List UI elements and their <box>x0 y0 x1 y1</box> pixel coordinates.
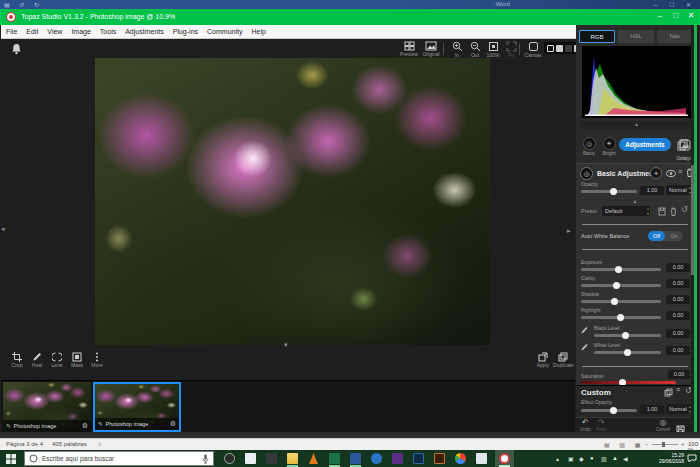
canvas-button[interactable]: Canvas <box>523 41 543 58</box>
right-panel-collapse-handle[interactable]: ▸ <box>567 227 571 235</box>
blend-mode-dropdown[interactable]: Normal ▴▾ <box>666 185 692 195</box>
word-quick-access-icons[interactable]: ▤ ↺ ↻ <box>4 1 43 8</box>
word-zoom-in[interactable]: + <box>681 441 685 447</box>
canvas-image[interactable] <box>95 58 490 345</box>
topaz-titlebar[interactable]: Topaz Studio V1.3.2 - Photoshop image @ … <box>0 9 700 25</box>
mask-tool-button[interactable]: Mask <box>67 352 87 368</box>
menu-lines-icon[interactable]: ≡ <box>678 168 682 175</box>
word-window-controls[interactable]: ─ ☐ ✕ <box>653 1 696 8</box>
opacity-slider-knob[interactable] <box>610 188 617 195</box>
histogram-collapse-bar[interactable]: ▴ <box>580 121 693 129</box>
gear-icon[interactable]: ⚙ <box>82 422 88 430</box>
auto-white-balance-toggle[interactable]: Off On <box>648 231 683 241</box>
tray-expand-chevron-icon[interactable]: ▴ <box>556 455 559 462</box>
cancel-button[interactable]: ◎ Cancel <box>656 419 670 432</box>
close-button[interactable]: ✕ <box>684 11 698 20</box>
word-icon[interactable] <box>350 453 361 464</box>
apply-button[interactable]: Apply <box>533 352 553 368</box>
white-level-slider[interactable] <box>594 351 661 354</box>
excel-icon[interactable] <box>329 453 340 464</box>
exposure-slider[interactable] <box>581 268 661 271</box>
tray-icon-battery[interactable]: ▥ <box>601 455 607 462</box>
basic-mode-button[interactable]: ◎ Basic <box>578 137 600 156</box>
tray-icon-cloud[interactable]: ● <box>590 455 594 461</box>
zoom-in-button[interactable]: In <box>447 41 467 58</box>
effect-opacity-value[interactable]: 1.00 <box>640 405 664 414</box>
tab-nav[interactable]: Nav <box>657 30 693 43</box>
black-level-slider[interactable] <box>594 334 661 337</box>
mail-icon[interactable] <box>245 453 256 464</box>
white-level-eyedropper-icon[interactable] <box>580 343 588 352</box>
single-view-icon[interactable] <box>547 45 554 52</box>
vlc-icon[interactable] <box>308 453 319 464</box>
opacity-slider[interactable] <box>581 190 637 193</box>
split-view-icon[interactable] <box>556 45 563 52</box>
duplicate-button[interactable]: Duplicate <box>553 352 573 368</box>
word-page-indicator[interactable]: Página 3 de 4 <box>6 441 43 447</box>
awb-on-option[interactable]: On <box>665 231 682 241</box>
crop-tool-button[interactable]: Crop <box>7 352 27 368</box>
custom-blend-mode-dropdown[interactable]: Normal ▴▾ <box>666 404 692 414</box>
visual-studio-icon[interactable] <box>392 453 403 464</box>
word-zoom-slider-knob[interactable] <box>662 442 665 447</box>
tray-icon-shield[interactable]: ◆ <box>579 455 584 462</box>
filmstrip-thumbnail-2-selected[interactable]: ✎ Photoshop image ⚙ <box>93 382 181 432</box>
menu-view[interactable]: View <box>47 28 62 35</box>
tray-icon-network[interactable]: ▲ <box>612 455 618 461</box>
saturation-slider[interactable] <box>581 381 676 384</box>
minimize-button[interactable]: – <box>653 11 667 20</box>
maximize-button[interactable]: □ <box>669 11 683 20</box>
word-zoom-out[interactable]: – <box>645 441 648 447</box>
tray-icon-monitor[interactable]: ▣ <box>568 455 574 462</box>
start-button[interactable] <box>6 454 16 464</box>
taskbar-search-input[interactable]: Escribe aquí para buscar <box>24 451 214 466</box>
menu-tools[interactable]: Tools <box>100 28 116 35</box>
menu-adjustments[interactable]: Adjustments <box>125 28 164 35</box>
visibility-eye-icon[interactable] <box>666 170 676 177</box>
panel-collapse-arrow[interactable]: ▴ <box>576 197 694 204</box>
left-panel-collapse-handle[interactable]: ◂ <box>1 225 5 233</box>
file-explorer-icon[interactable] <box>287 453 298 464</box>
shadow-slider[interactable] <box>581 300 661 303</box>
zoom-out-button[interactable]: Out <box>465 41 485 58</box>
menu-image[interactable]: Image <box>71 28 90 35</box>
delete-preset-icon[interactable] <box>670 207 677 216</box>
add-adjustment-icon[interactable]: + <box>650 167 662 179</box>
more-tools-button[interactable]: More <box>87 352 107 368</box>
tab-rgb[interactable]: RGB <box>579 30 615 43</box>
photoshop-icon[interactable] <box>413 453 424 464</box>
save-preset-icon[interactable] <box>658 207 666 216</box>
effect-opacity-slider[interactable] <box>581 409 637 412</box>
filmstrip-thumbnail-1[interactable]: ✎ Photoshop image ⚙ <box>3 382 91 432</box>
awb-off-option[interactable]: Off <box>648 231 665 241</box>
microphone-icon[interactable] <box>202 454 209 464</box>
menu-edit[interactable]: Edit <box>26 28 38 35</box>
notification-bell-icon[interactable] <box>11 43 22 55</box>
word-zoom-slider[interactable] <box>652 444 678 445</box>
proofing-icon[interactable]: ⌗ <box>98 441 101 448</box>
dark-app-icon[interactable] <box>266 453 277 464</box>
heal-tool-button[interactable]: Heal <box>27 352 47 368</box>
highlight-slider[interactable] <box>581 316 661 319</box>
word-titlebar[interactable]: ▤ ↺ ↻ - Word ─ ☐ ✕ <box>0 0 700 9</box>
original-button[interactable]: Original <box>421 41 441 57</box>
word-view-mode-icons[interactable]: ▤ ▥ ▦ <box>604 441 644 448</box>
preset-dropdown[interactable]: Default ▴▾ <box>602 206 650 216</box>
side-by-side-view-icon[interactable] <box>565 45 572 52</box>
undo-button[interactable]: ↶ Undo <box>580 419 591 432</box>
tab-hsl[interactable]: HSL <box>618 30 654 43</box>
tray-icon-volume[interactable]: ◀ <box>623 455 628 462</box>
gear-icon[interactable]: ⚙ <box>170 420 176 428</box>
menu-plugins[interactable]: Plug-ins <box>173 28 198 35</box>
adjustments-button[interactable]: Adjustments <box>619 138 671 151</box>
taskbar-clock[interactable]: 15:29 29/06/2018 <box>659 452 684 464</box>
edge-icon[interactable] <box>371 453 382 464</box>
copy-icon[interactable] <box>664 388 673 397</box>
menu-lines-icon[interactable]: ≡ <box>676 386 680 393</box>
reset-icon[interactable]: ↺ <box>681 205 688 214</box>
zoom-100-button[interactable]: 100% <box>483 41 503 58</box>
menu-community[interactable]: Community <box>207 28 242 35</box>
lens-tool-button[interactable]: Lens <box>47 352 67 368</box>
menu-file[interactable]: File <box>6 28 17 35</box>
stepper-arrows-icon[interactable]: ▴▾ <box>647 206 649 216</box>
